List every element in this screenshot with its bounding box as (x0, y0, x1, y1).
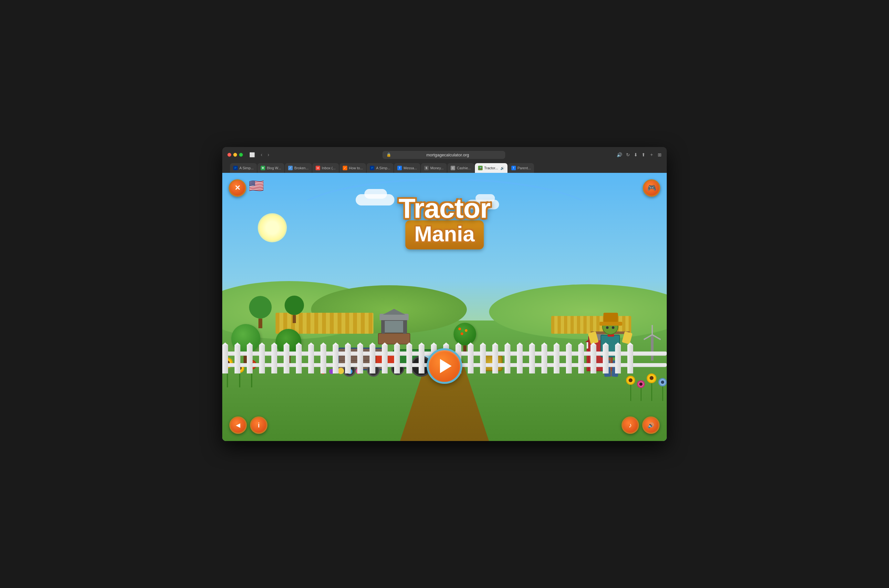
tab-favicon-8: $ (424, 166, 429, 170)
tab-8[interactable]: $ Money... (421, 163, 447, 173)
tab-favicon-3: ✓ (288, 166, 293, 170)
tab-label-3: Broken... (294, 166, 309, 170)
title-line2: Mania (405, 220, 484, 249)
sunflowers-right (626, 374, 667, 401)
tab-favicon-9: C (451, 166, 455, 170)
tab-volume-icon: 🔊 (501, 166, 504, 170)
lock-icon: 🔒 (386, 153, 391, 157)
tab-label-9: Cashie... (457, 166, 471, 170)
play-triangle-icon (440, 359, 451, 373)
grid-icon[interactable]: ⊞ (658, 152, 661, 158)
tab-favicon-1: P (233, 166, 238, 170)
tab-10-tractor[interactable]: 🚜 Tractor... 🔊 (475, 163, 508, 173)
info-button[interactable]: i (250, 417, 267, 434)
gamepad-icon: 🎮 (648, 184, 656, 192)
sound-button[interactable]: 🔊 (642, 417, 660, 434)
back-button[interactable]: ◀ (229, 417, 247, 434)
tab-favicon-7: f (397, 166, 402, 170)
tab-label-10: Tractor... (484, 166, 498, 170)
new-tab-icon[interactable]: ＋ (649, 152, 654, 158)
tabs-bar: P A Simp... ✚ Blog W... ✓ Broken... M In… (228, 162, 661, 173)
tab-label-11: Parent... (517, 166, 531, 170)
close-game-button[interactable]: ✕ (229, 179, 246, 197)
close-traffic-light[interactable] (228, 153, 231, 157)
tab-5[interactable]: ✓ How to... (339, 163, 366, 173)
forward-nav-button[interactable]: › (265, 151, 271, 158)
tab-4[interactable]: M Inbox (... (312, 163, 339, 173)
music-icon: ♪ (629, 422, 632, 429)
tab-3[interactable]: ✓ Broken... (285, 163, 312, 173)
share-icon[interactable]: ⬆ (642, 152, 645, 158)
tab-favicon-11: f (511, 166, 516, 170)
download-icon[interactable]: ⬇ (634, 152, 638, 158)
tab-6[interactable]: P A Simp... (367, 163, 393, 173)
tab-label-4: Inbox (... (322, 166, 336, 170)
traffic-lights (228, 153, 243, 157)
flag-button[interactable]: 🇺🇸 (249, 178, 264, 193)
reload-icon[interactable]: ↻ (626, 152, 630, 158)
music-button[interactable]: ♪ (622, 417, 639, 434)
sun (258, 213, 287, 242)
play-button[interactable] (427, 348, 462, 384)
maximize-traffic-light[interactable] (239, 153, 243, 157)
title-line1: Tractor (399, 194, 491, 222)
gamepad-button[interactable]: 🎮 (643, 179, 660, 197)
game-title-container: Tractor Mania (399, 194, 491, 249)
tab-label-6: A Simp... (376, 166, 390, 170)
tab-favicon-10: 🚜 (478, 166, 483, 170)
tab-favicon-4: M (316, 166, 320, 170)
tab-11[interactable]: f Parent... (508, 163, 534, 173)
title-bar: ⬜ ‹ › 🔒 mortgagecalculator.org 🔊 ↻ ⬇ ⬆ ＋… (222, 147, 667, 173)
minimize-traffic-light[interactable] (233, 153, 237, 157)
tab-label-5: How to... (349, 166, 363, 170)
tab-1[interactable]: P A Simp... (230, 163, 257, 173)
tab-label-7: Messa... (403, 166, 417, 170)
sidebar-toggle[interactable]: ⬜ (248, 152, 256, 158)
game-area: // Posts rendered via pattern (222, 173, 667, 441)
tab-favicon-5: ✓ (343, 166, 347, 170)
tab-favicon-6: P (370, 166, 375, 170)
back-icon: ◀ (236, 422, 240, 429)
tree-bg-left-2 (285, 296, 304, 323)
volume-icon[interactable]: 🔊 (617, 152, 622, 158)
info-icon: i (258, 422, 260, 429)
toolbar-right: 🔊 ↻ ⬇ ⬆ ＋ ⊞ (617, 152, 661, 158)
browser-window: ⬜ ‹ › 🔒 mortgagecalculator.org 🔊 ↻ ⬇ ⬆ ＋… (222, 147, 667, 441)
url-display: mortgagecalculator.org (394, 153, 501, 158)
sound-icon: 🔊 (648, 422, 654, 428)
tab-favicon-2: ✚ (261, 166, 265, 170)
cloud-2 (364, 189, 387, 199)
tab-label-8: Money... (430, 166, 444, 170)
tab-2[interactable]: ✚ Blog W... (258, 163, 284, 173)
tab-9[interactable]: C Cashie... (447, 163, 474, 173)
tree-bg-left-1 (249, 296, 272, 328)
tab-label-2: Blog W... (267, 166, 281, 170)
close-icon: ✕ (234, 184, 240, 192)
tab-label-1: A Simp... (239, 166, 253, 170)
address-bar[interactable]: 🔒 mortgagecalculator.org (382, 151, 505, 159)
tab-7[interactable]: f Messa... (394, 163, 420, 173)
back-nav-button[interactable]: ‹ (259, 151, 264, 158)
